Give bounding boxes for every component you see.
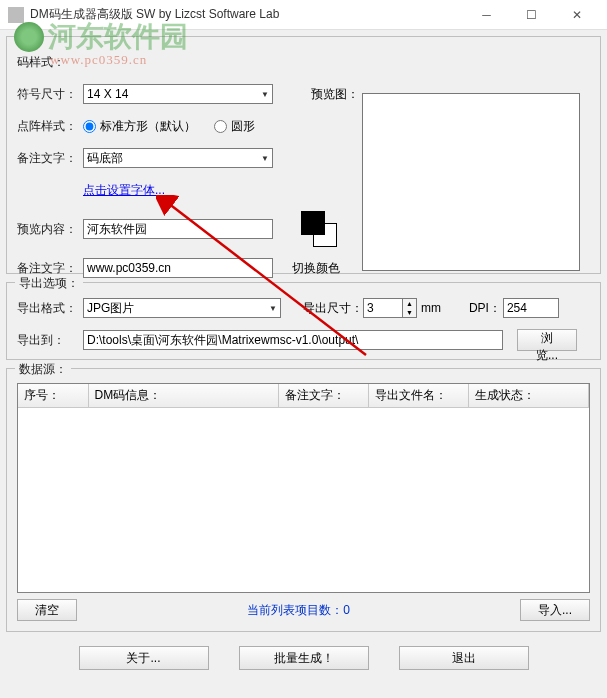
foreground-color-icon <box>301 211 325 235</box>
remark-pos-select[interactable]: 码底部 <box>83 148 273 168</box>
symbol-size-label: 符号尺寸： <box>17 86 83 103</box>
batch-generate-button[interactable]: 批量生成！ <box>239 646 369 670</box>
pattern-label: 点阵样式： <box>17 118 83 135</box>
titlebar: DM码生成器高级版 SW by Lizcst Software Lab ─ ☐ … <box>0 0 607 30</box>
export-group: 导出选项： 导出格式： JPG图片 导出尺寸： ▲▼ mm DPI： 导出到： … <box>6 282 601 360</box>
spinner-down-icon[interactable]: ▼ <box>403 308 416 317</box>
col-index[interactable]: 序号： <box>18 384 88 408</box>
dpi-input[interactable] <box>503 298 559 318</box>
data-source-group: 数据源： 序号： DM码信息： 备注文字： 导出文件名： 生成状态： 清空 当前… <box>6 368 601 632</box>
import-button[interactable]: 导入... <box>520 599 590 621</box>
clear-button[interactable]: 清空 <box>17 599 77 621</box>
about-button[interactable]: 关于... <box>79 646 209 670</box>
export-size-label: 导出尺寸： <box>303 300 363 317</box>
export-group-title: 导出选项： <box>15 275 83 292</box>
preview-panel <box>362 93 580 271</box>
settings-group: 码样式： 符号尺寸： 14 X 14 预览图： 点阵样式： 标准方形（默认） 圆… <box>6 36 601 274</box>
col-dm-info[interactable]: DM码信息： <box>88 384 278 408</box>
browse-button[interactable]: 浏览... <box>517 329 577 351</box>
code-style-label: 码样式： <box>17 54 83 71</box>
export-path-label: 导出到： <box>17 332 83 349</box>
list-count-status: 当前列表项目数：0 <box>85 602 512 619</box>
size-unit-label: mm <box>421 301 441 315</box>
swap-color-label: 切换颜色 <box>291 260 341 277</box>
color-swap-button[interactable] <box>301 211 337 247</box>
preview-content-label: 预览内容： <box>17 221 83 238</box>
col-filename[interactable]: 导出文件名： <box>368 384 468 408</box>
dpi-label: DPI： <box>469 300 503 317</box>
maximize-button[interactable]: ☐ <box>509 1 554 29</box>
data-group-title: 数据源： <box>15 361 71 378</box>
export-format-select[interactable]: JPG图片 <box>83 298 281 318</box>
pattern-square-radio[interactable]: 标准方形（默认） <box>83 118 196 135</box>
data-table[interactable]: 序号： DM码信息： 备注文字： 导出文件名： 生成状态： <box>17 383 590 593</box>
close-button[interactable]: ✕ <box>554 1 599 29</box>
symbol-size-select[interactable]: 14 X 14 <box>83 84 273 104</box>
col-status[interactable]: 生成状态： <box>468 384 589 408</box>
remark-text-input[interactable] <box>83 258 273 278</box>
col-remark[interactable]: 备注文字： <box>278 384 368 408</box>
font-link[interactable]: 点击设置字体... <box>83 182 165 199</box>
minimize-button[interactable]: ─ <box>464 1 509 29</box>
window-title: DM码生成器高级版 SW by Lizcst Software Lab <box>30 6 464 23</box>
remark-text-label: 备注文字： <box>17 260 83 277</box>
preview-content-input[interactable] <box>83 219 273 239</box>
export-size-spinner[interactable]: ▲▼ <box>363 298 417 318</box>
preview-label: 预览图： <box>311 86 359 103</box>
export-format-label: 导出格式： <box>17 300 83 317</box>
pattern-round-radio[interactable]: 圆形 <box>214 118 255 135</box>
export-path-input[interactable] <box>83 330 503 350</box>
remark-pos-label: 备注文字： <box>17 150 83 167</box>
app-icon <box>8 7 24 23</box>
exit-button[interactable]: 退出 <box>399 646 529 670</box>
spinner-up-icon[interactable]: ▲ <box>403 299 416 308</box>
